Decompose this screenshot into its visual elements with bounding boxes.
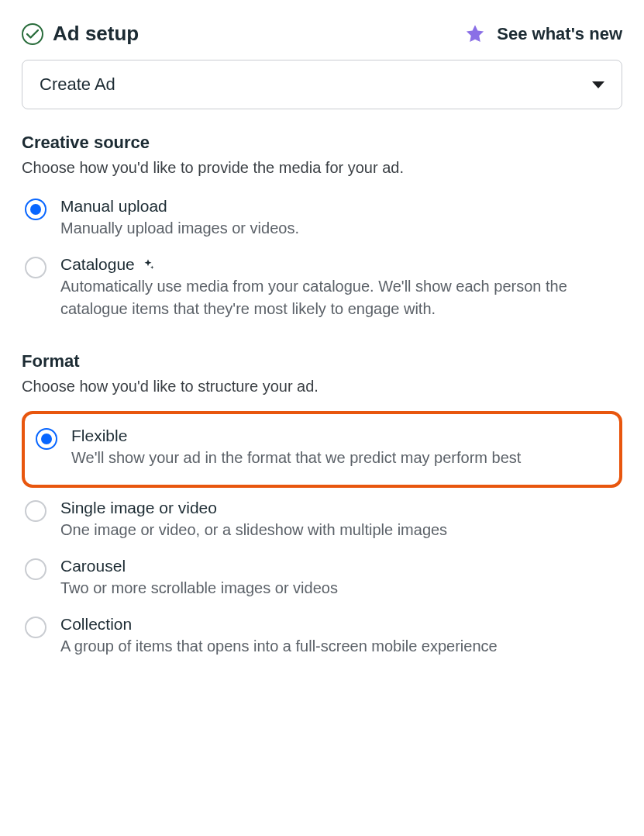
option-label-carousel: Carousel xyxy=(60,557,619,575)
option-desc-collection: A group of items that opens into a full-… xyxy=(60,635,619,658)
option-body: Carousel Two or more scrollable images o… xyxy=(60,557,619,599)
option-body: Flexible We'll show your ad in the forma… xyxy=(71,427,608,469)
option-carousel[interactable]: Carousel Two or more scrollable images o… xyxy=(22,552,622,610)
dropdown-selected-label: Create Ad xyxy=(40,74,115,95)
page-title: Ad setup xyxy=(53,22,139,46)
option-body: Collection A group of items that opens i… xyxy=(60,615,619,658)
option-label-catalogue: Catalogue xyxy=(60,255,619,274)
radio-manual-upload[interactable] xyxy=(25,199,46,220)
radio-carousel[interactable] xyxy=(25,558,46,580)
option-desc-catalogue: Automatically use media from your catalo… xyxy=(60,275,619,320)
whats-new-button[interactable]: See what's new xyxy=(464,23,622,45)
format-title: Format xyxy=(22,351,622,371)
creative-source-title: Creative source xyxy=(22,133,622,153)
check-circle-icon xyxy=(22,23,43,45)
format-section: Format Choose how you'd like to structur… xyxy=(22,351,622,668)
creative-source-subtitle: Choose how you'd like to provide the med… xyxy=(22,159,622,177)
sparkle-icon xyxy=(141,257,155,271)
catalogue-label-text: Catalogue xyxy=(60,255,135,274)
option-body: Single image or video One image or video… xyxy=(60,499,619,541)
option-catalogue[interactable]: Catalogue Automatically use media from y… xyxy=(22,250,622,331)
radio-collection[interactable] xyxy=(25,617,46,638)
option-desc-single: One image or video, or a slideshow with … xyxy=(60,519,619,541)
create-ad-dropdown[interactable]: Create Ad xyxy=(22,60,622,109)
radio-flexible[interactable] xyxy=(36,428,57,450)
option-label-collection: Collection xyxy=(60,615,619,634)
header-row: Ad setup See what's new xyxy=(22,22,622,46)
option-collection[interactable]: Collection A group of items that opens i… xyxy=(22,610,622,668)
option-body: Catalogue Automatically use media from y… xyxy=(60,255,619,320)
format-subtitle: Choose how you'd like to structure your … xyxy=(22,378,622,396)
option-desc-flexible: We'll show your ad in the format that we… xyxy=(71,447,608,469)
option-flexible[interactable]: Flexible We'll show your ad in the forma… xyxy=(33,422,611,480)
option-single-image-video[interactable]: Single image or video One image or video… xyxy=(22,494,622,552)
option-label-flexible: Flexible xyxy=(71,427,608,445)
caret-down-icon xyxy=(592,81,604,88)
option-label-manual: Manual upload xyxy=(60,197,619,216)
whats-new-label: See what's new xyxy=(497,24,622,44)
option-manual-upload[interactable]: Manual upload Manually upload images or … xyxy=(22,192,622,250)
highlight-flexible: Flexible We'll show your ad in the forma… xyxy=(22,411,622,488)
radio-catalogue[interactable] xyxy=(25,257,46,278)
star-icon xyxy=(464,23,486,45)
radio-single[interactable] xyxy=(25,500,46,522)
option-body: Manual upload Manually upload images or … xyxy=(60,197,619,240)
header-left: Ad setup xyxy=(22,22,139,46)
option-desc-carousel: Two or more scrollable images or videos xyxy=(60,577,619,599)
option-desc-manual: Manually upload images or videos. xyxy=(60,217,619,240)
creative-source-section: Creative source Choose how you'd like to… xyxy=(22,133,622,331)
option-label-single: Single image or video xyxy=(60,499,619,517)
